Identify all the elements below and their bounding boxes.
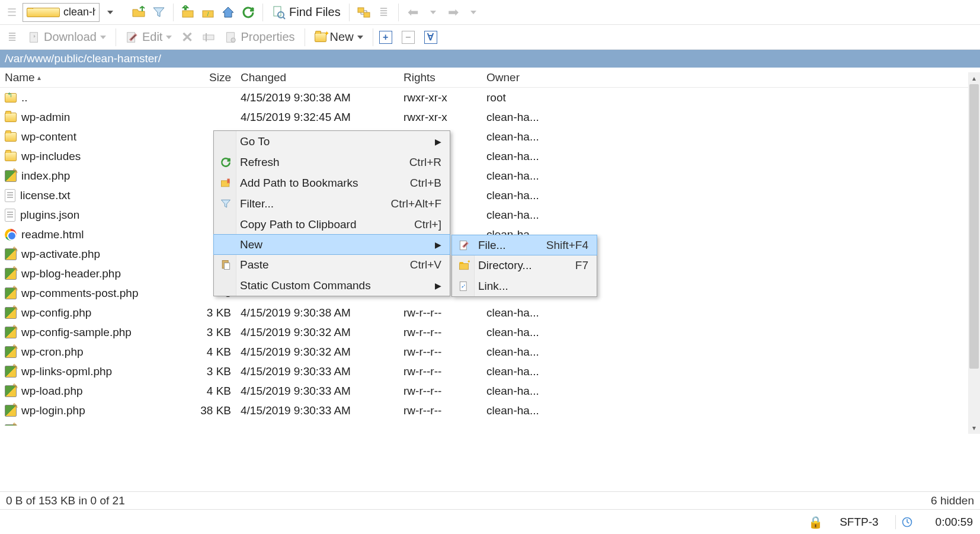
file-rights: rw-r--r-- xyxy=(400,365,483,378)
scroll-up-icon[interactable]: ▴ xyxy=(968,72,980,84)
file-owner: clean-ha... xyxy=(483,346,590,359)
queue-icon[interactable]: ≣ xyxy=(374,3,393,22)
properties-icon xyxy=(224,31,237,44)
forward-dropdown[interactable] xyxy=(464,3,483,22)
col-header-name[interactable]: Name▴ xyxy=(0,71,184,84)
table-row[interactable]: wp-config-sample.php3 KB4/15/2019 9:30:3… xyxy=(0,322,980,342)
file-changed: 4/15/2019 9:32:45 AM xyxy=(237,111,400,124)
menu-icon[interactable]: ☰ xyxy=(2,3,21,22)
table-row[interactable]: ..4/15/2019 9:30:38 AMrwxr-xr-xroot xyxy=(0,88,980,107)
menu-item-go-to[interactable]: Go To▶ xyxy=(214,131,450,152)
open-folder-icon[interactable] xyxy=(129,3,148,22)
context-submenu-new: File...Shift+F4✦Directory...F7Link... xyxy=(451,235,597,297)
menu-item-label: Copy Path to Clipboard xyxy=(240,218,356,231)
context-menu: Go To▶RefreshCtrl+RAdd Path to Bookmarks… xyxy=(213,130,450,296)
scroll-thumb[interactable] xyxy=(969,84,979,369)
find-files-button[interactable]: Find Files xyxy=(268,5,344,20)
plus-button[interactable]: + xyxy=(379,31,392,44)
svg-line-5 xyxy=(283,17,285,19)
path-bar[interactable]: /var/www/public/clean-hamster/ xyxy=(0,50,980,68)
download-button[interactable]: Download xyxy=(24,30,110,44)
file-rights: rw-r--r-- xyxy=(400,404,483,417)
menu-item-paste[interactable]: PasteCtrl+V xyxy=(214,254,450,275)
bookmark-combo[interactable]: clean-ha xyxy=(23,3,100,22)
table-row[interactable]: plugins.jsonclean-ha... xyxy=(0,205,980,225)
bookmark-dropdown[interactable] xyxy=(101,3,120,22)
parent-folder-icon[interactable] xyxy=(178,3,197,22)
table-row[interactable]: index.phpclean-ha... xyxy=(0,166,980,186)
menu-item-refresh[interactable]: RefreshCtrl+R xyxy=(214,152,450,172)
back-dropdown[interactable] xyxy=(424,3,443,22)
forward-icon[interactable]: ➡ xyxy=(444,3,463,22)
file-name: wp-load.php xyxy=(21,385,83,398)
scrollbar-vertical[interactable]: ▴ ▾ xyxy=(968,72,980,434)
edit-button[interactable]: Edit xyxy=(122,30,175,44)
svg-rect-0 xyxy=(182,11,193,17)
edit-label: Edit xyxy=(142,30,162,44)
lock-icon[interactable]: 🔒 xyxy=(808,515,823,529)
file-icon xyxy=(457,239,470,252)
menu-item-new[interactable]: New▶ xyxy=(213,234,450,255)
minus-button[interactable]: − xyxy=(402,31,415,44)
menu-item-copy-path-to-clipboard[interactable]: Copy Path to ClipboardCtrl+] xyxy=(214,214,450,235)
menu-item-label: Go To xyxy=(240,135,270,148)
file-name: wp-links-opml.php xyxy=(21,365,112,378)
root-folder-icon[interactable]: / xyxy=(198,3,217,22)
svg-rect-3 xyxy=(274,7,281,16)
search-icon xyxy=(271,5,286,20)
sync-folders-icon[interactable] xyxy=(354,3,373,22)
table-row[interactable]: wp-cron.php4 KB4/15/2019 9:30:32 AMrw-r-… xyxy=(0,342,980,362)
scroll-down-icon[interactable]: ▾ xyxy=(968,422,980,434)
text-file-icon xyxy=(5,209,15,222)
svg-rect-18 xyxy=(460,263,469,269)
new-button[interactable]: ✦ New xyxy=(311,30,367,44)
table-row[interactable]: wp-includesclean-ha... xyxy=(0,146,980,166)
table-row[interactable]: wp-links-opml.php3 KB4/15/2019 9:30:33 A… xyxy=(0,362,980,381)
table-row[interactable]: wp-login.php38 KB4/15/2019 9:30:33 AMrw-… xyxy=(0,401,980,420)
home-icon[interactable] xyxy=(219,3,238,22)
table-row[interactable]: wp-load.php4 KB4/15/2019 9:30:33 AMrw-r-… xyxy=(0,381,980,401)
col-header-size[interactable]: Size xyxy=(184,71,237,84)
table-row[interactable]: wp-admin4/15/2019 9:32:45 AMrwxr-xr-xcle… xyxy=(0,107,980,127)
bottom-bar: 🔒 SFTP-3 0:00:59 xyxy=(0,509,980,534)
table-row[interactable]: wp-config.php3 KB4/15/2019 9:30:38 AMrw-… xyxy=(0,303,980,322)
submenu-item-directory[interactable]: ✦Directory...F7 xyxy=(452,255,597,276)
progress-icon[interactable] xyxy=(895,515,919,529)
file-rights: rw-r--r-- xyxy=(400,346,483,359)
properties-button[interactable]: Properties xyxy=(220,30,298,44)
delete-icon[interactable]: ✕ xyxy=(178,28,197,47)
menu-item-filter[interactable]: Filter...Ctrl+Alt+F xyxy=(214,193,450,214)
col-header-rights[interactable]: Rights xyxy=(400,71,483,84)
menu-item-add-path-to-bookmarks[interactable]: Add Path to BookmarksCtrl+B xyxy=(214,172,450,193)
rename-icon[interactable] xyxy=(199,28,218,47)
col-header-changed[interactable]: Changed xyxy=(237,71,400,84)
queue-small-icon[interactable]: ≣ xyxy=(2,28,21,47)
folder-icon xyxy=(5,113,17,122)
php-file-icon xyxy=(5,346,17,358)
filter-icon[interactable] xyxy=(149,3,168,22)
submenu-item-file[interactable]: File...Shift+F4 xyxy=(451,235,597,255)
file-name: wp-mail.php xyxy=(21,424,82,426)
php-file-icon xyxy=(5,405,17,417)
file-rights: rw-r--r-- xyxy=(400,385,483,398)
link-icon xyxy=(457,280,470,293)
menu-item-label: Add Path to Bookmarks xyxy=(240,177,358,190)
col-header-owner[interactable]: Owner xyxy=(483,71,590,84)
php-file-icon xyxy=(5,385,17,397)
file-changed: 4/15/2019 9:30:38 AM xyxy=(237,306,400,319)
dir-icon: ✦ xyxy=(457,259,470,272)
table-row[interactable]: wp-mail.php9 KB4/15/2019 9:30:33 AMrw-r-… xyxy=(0,420,980,426)
table-row[interactable]: wp-contentclean-ha... xyxy=(0,127,980,146)
filter-icon xyxy=(219,197,232,210)
select-all-button[interactable]: ∀ xyxy=(424,31,437,44)
folder-icon xyxy=(27,8,60,17)
back-icon[interactable]: ⬅ xyxy=(403,3,422,22)
submenu-item-link[interactable]: Link... xyxy=(452,276,597,296)
refresh-icon[interactable] xyxy=(239,3,258,22)
svg-rect-10 xyxy=(203,35,214,40)
table-row[interactable]: license.txt20clean-ha... xyxy=(0,186,980,205)
menu-item-shortcut: Ctrl+V xyxy=(410,258,441,271)
menu-item-label: Static Custom Commands xyxy=(240,279,371,292)
menu-item-static-custom-commands[interactable]: Static Custom Commands▶ xyxy=(214,275,450,296)
menu-item-shortcut: Ctrl+] xyxy=(414,218,441,231)
